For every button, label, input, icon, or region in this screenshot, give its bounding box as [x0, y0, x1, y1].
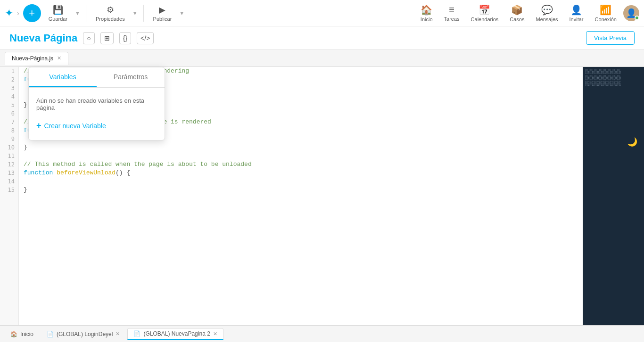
tareas-icon: ≡	[449, 4, 454, 15]
bottom-inicio-label: Inicio	[20, 331, 33, 337]
bottom-nueva-close[interactable]: ✕	[213, 331, 217, 337]
create-variable-label: Crear nueva Variable	[44, 122, 106, 130]
line-7: 7	[0, 118, 18, 126]
tab-parametros[interactable]: Parámetros	[97, 67, 165, 87]
tab-label: Nueva-Página.js	[12, 55, 53, 62]
code-line-13: function beforeViewUnload() {	[24, 169, 578, 177]
calendarios-icon: 📅	[479, 4, 490, 16]
inicio-icon: 🏠	[421, 4, 432, 16]
guardar-action[interactable]: 💾 Guardar	[45, 3, 71, 24]
create-variable-plus-icon: +	[36, 121, 41, 131]
editor-tab-bar: Nueva-Página.js ✕	[0, 50, 644, 67]
bottom-tab-global-nueva[interactable]: 📄 (GLOBAL) NuevaPagina 2 ✕	[127, 328, 223, 340]
tab-nueva-pagina-js[interactable]: Nueva-Página.js ✕	[5, 52, 68, 65]
avatar-wrap[interactable]: 👤	[623, 5, 639, 21]
code-line-15: }	[24, 186, 578, 194]
propiedades-chevron[interactable]: ▼	[132, 10, 138, 16]
publicar-label: Publicar	[153, 16, 172, 22]
top-nav-left: ✦ › + 💾 Guardar ▼ ⚙ Propiedades ▼ ▶ Publ…	[5, 3, 184, 24]
code-line-11	[24, 152, 578, 160]
dropdown-body: Aún no se han creado variables en esta p…	[29, 88, 165, 140]
casos-icon: 📦	[511, 4, 523, 16]
inicio-nav[interactable]: 🏠 Inicio	[416, 2, 438, 24]
code-icon-btn[interactable]: </>	[137, 32, 154, 44]
divider-2	[143, 5, 144, 22]
propiedades-action[interactable]: ⚙ Propiedades	[92, 3, 129, 24]
calendarios-nav[interactable]: 📅 Calendarios	[466, 2, 504, 24]
line-8: 8	[0, 126, 18, 135]
line-12: 12	[0, 160, 18, 169]
nav-expand-icon[interactable]: ›	[17, 9, 19, 17]
bottom-nueva-icon: 📄	[133, 330, 140, 337]
page-header: Nueva Página ○ ⊞ {} </> Vista Previa	[0, 26, 644, 50]
line-11: 11	[0, 152, 18, 160]
dropdown-tab-bar: Variables Parámetros	[29, 67, 165, 88]
code-line-10: }	[24, 143, 578, 152]
propiedades-icon: ⚙	[107, 5, 114, 15]
propiedades-label: Propiedades	[96, 16, 125, 22]
bottom-login-icon: 📄	[47, 331, 54, 337]
line-3: 3	[0, 84, 18, 92]
bottom-login-label: (GLOBAL) LoginDeyel	[57, 331, 113, 337]
mensajes-label: Mensajes	[536, 16, 558, 22]
line-9: 9	[0, 135, 18, 143]
code-line-12: // This method is called when the page i…	[24, 160, 578, 169]
tareas-label: Tareas	[444, 16, 460, 22]
divider-1	[86, 5, 86, 22]
invitar-icon: 👤	[570, 4, 582, 16]
bottom-bar: 🏠 Inicio 📄 (GLOBAL) LoginDeyel ✕ 📄 (GLOB…	[0, 325, 644, 342]
guardar-chevron[interactable]: ▼	[75, 10, 80, 16]
braces-icon-btn[interactable]: {}	[119, 32, 131, 44]
tab-variables[interactable]: Variables	[29, 67, 97, 87]
create-variable-button[interactable]: + Crear nueva Variable	[36, 121, 106, 131]
publicar-action[interactable]: ▶ Publicar	[149, 3, 176, 24]
bottom-tab-inicio[interactable]: 🏠 Inicio	[5, 329, 39, 339]
conexion-label: Conexión	[595, 16, 617, 22]
inicio-label: Inicio	[421, 16, 433, 22]
right-panel: ░░░░░░░░░░░░░░░░░░░░░░░░░░░░░░░░░░░░░░░░…	[583, 67, 644, 342]
top-nav-right: 🏠 Inicio ≡ Tareas 📅 Calendarios 📦 Casos …	[416, 2, 639, 24]
mensajes-nav[interactable]: 💬 Mensajes	[531, 2, 562, 24]
page-title: Nueva Página	[9, 32, 77, 44]
tareas-nav[interactable]: ≡ Tareas	[439, 2, 464, 24]
logo-icon[interactable]: ✦	[5, 7, 13, 19]
line-14: 14	[0, 177, 18, 186]
line-5: 5	[0, 101, 18, 109]
line-15: 15	[0, 186, 18, 194]
line-6: 6	[0, 109, 18, 118]
editor-area: 1 2 3 4 5 6 7 8 9 10 11 12 13 14 15 // T…	[0, 67, 644, 342]
bottom-inicio-icon: 🏠	[10, 331, 17, 337]
dropdown-empty-message: Aún no se han creado variables en esta p…	[36, 97, 157, 111]
casos-label: Casos	[510, 16, 524, 22]
tab-close-icon[interactable]: ✕	[57, 55, 61, 61]
line-10: 10	[0, 143, 18, 152]
calendarios-label: Calendarios	[471, 16, 499, 22]
right-panel-content: ░░░░░░░░░░░░░░░░░░░░░░░░░░░░░░░░░░░░░░░░…	[585, 69, 642, 87]
line-2: 2	[0, 75, 18, 84]
add-button[interactable]: +	[23, 4, 41, 22]
invitar-nav[interactable]: 👤 Invitar	[565, 2, 588, 24]
guardar-icon: 💾	[53, 5, 63, 15]
publicar-chevron[interactable]: ▼	[179, 10, 184, 16]
preview-button[interactable]: Vista Previa	[586, 31, 635, 45]
bottom-nueva-label: (GLOBAL) NuevaPagina 2	[143, 330, 210, 337]
mensajes-icon: 💬	[541, 4, 553, 16]
invitar-label: Invitar	[570, 16, 584, 22]
top-nav: ✦ › + 💾 Guardar ▼ ⚙ Propiedades ▼ ▶ Publ…	[0, 0, 644, 26]
line-4: 4	[0, 92, 18, 101]
layout-icon-btn[interactable]: ⊞	[100, 32, 114, 44]
line-1: 1	[0, 67, 18, 75]
bottom-tab-global-login[interactable]: 📄 (GLOBAL) LoginDeyel ✕	[41, 329, 125, 339]
casos-nav[interactable]: 📦 Casos	[505, 2, 529, 24]
conexion-nav[interactable]: 📶 Conexión	[590, 2, 621, 24]
dark-mode-icon[interactable]: 🌙	[627, 137, 637, 147]
variables-dropdown: Variables Parámetros Aún no se han cread…	[28, 67, 165, 140]
circle-icon-btn[interactable]: ○	[83, 32, 94, 44]
line-numbers: 1 2 3 4 5 6 7 8 9 10 11 12 13 14 15	[0, 67, 19, 342]
avatar-online-dot	[635, 16, 639, 20]
line-13: 13	[0, 169, 18, 177]
guardar-label: Guardar	[49, 16, 67, 22]
bottom-login-close[interactable]: ✕	[116, 331, 120, 337]
code-line-14	[24, 177, 578, 186]
conexion-icon: 📶	[600, 4, 611, 16]
